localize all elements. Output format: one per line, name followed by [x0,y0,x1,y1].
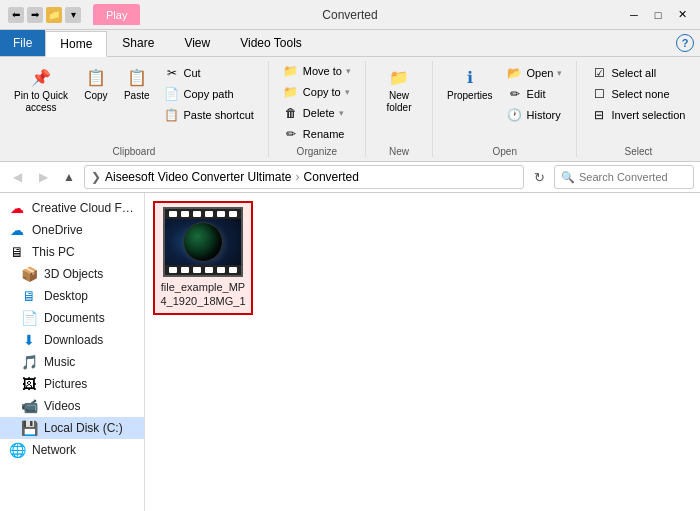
organize-group: 📁 Move to ▾ 📁 Copy to ▾ 🗑 Delete ▾ ✏ Ren… [269,61,366,157]
invert-selection-button[interactable]: ⊟ Invert selection [585,105,691,125]
copy-path-icon: 📄 [164,87,180,101]
organize-label: Organize [297,146,338,157]
copy-button[interactable]: 📋 Copy [76,61,116,106]
organize-items: 📁 Move to ▾ 📁 Copy to ▾ 🗑 Delete ▾ ✏ Ren… [277,61,357,144]
maximize-button[interactable]: □ [648,7,668,23]
title-bar: ⬅ ➡ 📁 ▾ Play Converted ─ □ ✕ [0,0,700,30]
sidebar-item-documents[interactable]: 📄 Documents [0,307,144,329]
search-input[interactable] [579,171,687,183]
select-all-label: Select all [611,67,656,79]
title-bar-left: ⬅ ➡ 📁 ▾ Play [8,4,140,25]
music-icon: 🎵 [20,354,38,370]
clipboard-group: 📌 Pin to Quickaccess 📋 Copy 📋 Paste ✂ [0,61,269,157]
new-folder-button[interactable]: 📁 Newfolder [374,61,424,118]
path-root: Aiseesoft Video Converter Ultimate [105,170,292,184]
sidebar-videos-label: Videos [44,399,80,413]
network-icon: 🌐 [8,442,26,458]
tab-video-tools[interactable]: Video Tools [225,30,317,56]
forward-icon: ➡ [27,7,43,23]
open-button[interactable]: 📂 Open ▾ [501,63,569,83]
up-button[interactable]: ▲ [58,166,80,188]
title-tabs: Play [93,4,140,25]
file-name: file_example_MP 4_1920_18MG_1 [159,280,247,309]
sidebar-item-network[interactable]: 🌐 Network [0,439,144,461]
open-small-btns: 📂 Open ▾ ✏ Edit 🕐 History [501,63,569,125]
copy-to-button[interactable]: 📁 Copy to ▾ [277,82,356,102]
select-items: ☑ Select all ☐ Select none ⊟ Invert sele… [585,63,691,144]
sidebar-item-onedrive[interactable]: ☁ OneDrive [0,219,144,241]
sidebar-item-local-disk[interactable]: 💾 Local Disk (C:) [0,417,144,439]
pin-to-quick-access-button[interactable]: 📌 Pin to Quickaccess [8,61,74,118]
open-dropdown-icon: ▾ [557,68,562,78]
copy-label: Copy [84,90,107,102]
sidebar-item-downloads[interactable]: ⬇ Downloads [0,329,144,351]
film-hole [229,267,237,273]
search-box[interactable]: 🔍 [554,165,694,189]
select-none-button[interactable]: ☐ Select none [585,84,675,104]
tab-file[interactable]: File [0,30,45,56]
clipboard-items: 📌 Pin to Quickaccess 📋 Copy 📋 Paste ✂ [8,61,260,144]
film-hole [181,211,189,217]
cut-button[interactable]: ✂ Cut [158,63,260,83]
ribbon-tabs: File Home Share View Video Tools ? [0,30,700,57]
rename-button[interactable]: ✏ Rename [277,124,351,144]
tab-home[interactable]: Home [45,31,107,57]
tab-view[interactable]: View [169,30,225,56]
film-hole [217,267,225,273]
sidebar-item-desktop[interactable]: 🖥 Desktop [0,285,144,307]
film-hole [169,211,177,217]
select-all-button[interactable]: ☑ Select all [585,63,662,83]
sidebar-item-creative-cloud[interactable]: ☁ Creative Cloud Fil... [0,197,144,219]
ribbon: File Home Share View Video Tools ? 📌 Pin… [0,30,700,162]
move-to-label: Move to [303,65,342,77]
film-hole [169,267,177,273]
history-button[interactable]: 🕐 History [501,105,569,125]
copy-path-button[interactable]: 📄 Copy path [158,84,260,104]
sidebar-item-music[interactable]: 🎵 Music [0,351,144,373]
window-title: Converted [322,8,377,22]
open-icon: 📂 [507,66,523,80]
play-tab[interactable]: Play [93,4,140,25]
paste-shortcut-label: Paste shortcut [184,109,254,121]
sidebar-item-pictures[interactable]: 🖼 Pictures [0,373,144,395]
properties-button[interactable]: ℹ Properties [441,61,499,106]
dropdown-icon: ▾ [65,7,81,23]
move-to-button[interactable]: 📁 Move to ▾ [277,61,357,81]
ribbon-content: 📌 Pin to Quickaccess 📋 Copy 📋 Paste ✂ [0,57,700,161]
address-path[interactable]: ❯ Aiseesoft Video Converter Ultimate › C… [84,165,524,189]
paste-button[interactable]: 📋 Paste [118,61,156,106]
film-strip-top [165,209,241,219]
new-label: New [389,146,409,157]
edit-button[interactable]: ✏ Edit [501,84,569,104]
film-hole [217,211,225,217]
sidebar-pictures-label: Pictures [44,377,87,391]
file-item[interactable]: file_example_MP 4_1920_18MG_1 [153,201,253,315]
paste-shortcut-button[interactable]: 📋 Paste shortcut [158,105,260,125]
sidebar-item-3d-objects[interactable]: 📦 3D Objects [0,263,144,285]
delete-button[interactable]: 🗑 Delete ▾ [277,103,350,123]
onedrive-icon: ☁ [8,222,26,238]
forward-button[interactable]: ▶ [32,166,54,188]
sidebar-item-videos[interactable]: 📹 Videos [0,395,144,417]
tab-share[interactable]: Share [107,30,169,56]
cut-label: Cut [184,67,201,79]
rename-icon: ✏ [283,127,299,141]
path-arrow-icon: ❯ [91,170,101,184]
history-label: History [527,109,561,121]
open-group: ℹ Properties 📂 Open ▾ ✏ Edit 🕐 [433,61,578,157]
invert-icon: ⊟ [591,108,607,122]
copy-to-icon: 📁 [283,85,299,99]
content-area[interactable]: file_example_MP 4_1920_18MG_1 [145,193,700,511]
clipboard-label: Clipboard [113,146,156,157]
back-button[interactable]: ◀ [6,166,28,188]
help-button[interactable]: ? [676,34,694,52]
sidebar-item-this-pc[interactable]: 🖥 This PC [0,241,144,263]
address-bar: ◀ ▶ ▲ ❯ Aiseesoft Video Converter Ultima… [0,162,700,193]
new-folder-icon: 📁 [387,65,411,89]
main-area: ☁ Creative Cloud Fil... ☁ OneDrive 🖥 Thi… [0,193,700,511]
refresh-button[interactable]: ↻ [528,166,550,188]
new-folder-label: Newfolder [386,90,411,114]
move-dropdown-icon: ▾ [346,66,351,76]
close-button[interactable]: ✕ [672,7,692,23]
minimize-button[interactable]: ─ [624,7,644,23]
